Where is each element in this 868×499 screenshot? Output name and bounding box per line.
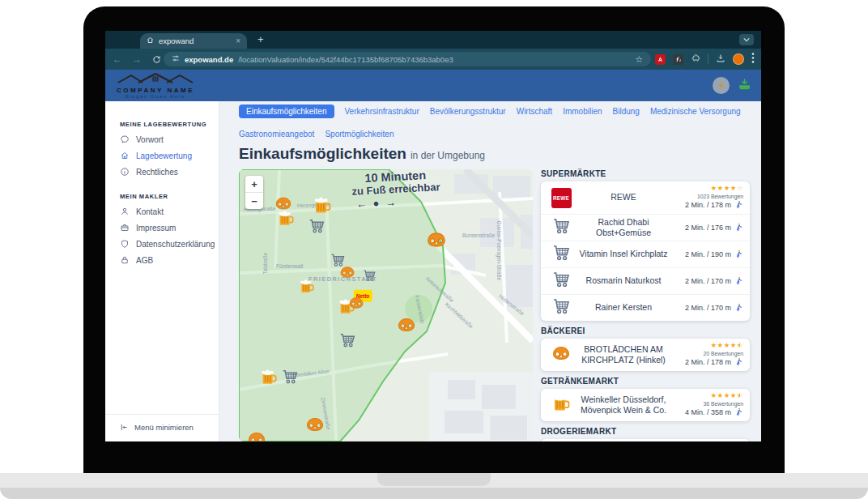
cart-icon [551,296,571,319]
place-row[interactable]: Weinkeller Düsseldorf, Mövenpick Wein & … [541,389,750,421]
company-logo[interactable]: COMPANY NAME Slogan Goes Here [115,72,196,99]
star-rating: ★★★★☆ [672,185,743,192]
lock-icon [120,255,130,265]
speech-bubble-icon [120,134,130,144]
walking-person-icon [734,200,743,211]
place-row[interactable]: Rosmarin Naturkost2 Min. / 170 m [541,267,750,294]
places-card: dm-drogerie markt5 Min. / 452 m [541,439,750,441]
toolbar-separator [708,54,708,64]
tab-close-icon[interactable]: × [236,37,240,45]
map-marker-beer[interactable] [299,279,315,295]
map-marker-cart[interactable] [281,368,299,386]
sun-icon [717,81,725,90]
street-label: Talstraße [262,253,268,275]
place-row[interactable]: REWEREWE★★★★☆1023 Bewertungen2 Min. / 17… [541,181,750,214]
place-row[interactable]: Rainer Kersten2 Min. / 170 m [541,294,750,321]
downloads-icon[interactable] [716,52,725,66]
map-marker-pretzel[interactable] [305,415,325,434]
laptop-screen-bezel: expowand × + ← → expowand.de /locationVa… [83,6,785,474]
sidebar-item-kontakt[interactable]: Kontakt [105,203,219,220]
place-distance: 2 Min. / 178 m [685,201,731,209]
sidebar-item-rechtliches[interactable]: Rechtliches [105,164,219,180]
shield-icon [120,239,130,249]
map-marker-pretzel[interactable] [397,315,416,335]
map-marker-pretzel[interactable] [426,229,447,250]
download-icon [738,77,751,91]
zoom-out-button[interactable]: − [245,192,263,209]
address-bar[interactable]: expowand.de /locationValuation/index/542… [164,52,651,66]
panel-section-title: DROGERIEMARKT [541,427,750,436]
tab-pill-6[interactable]: Bildung [613,107,640,116]
street-label: Gustav-Poensgen-Straße [496,221,502,281]
kebab-menu-icon[interactable] [751,52,755,66]
review-count: 20 Bewertungen [672,351,743,356]
person-icon [120,207,130,216]
bookmark-star-icon[interactable]: ☆ [635,54,643,65]
map-marker-beer[interactable] [277,210,295,228]
place-row[interactable]: Rachid Dhabi Obst+Gemüse2 Min. / 176 m [541,214,750,241]
map-marker-pretzel[interactable] [247,429,266,441]
new-tab-button[interactable]: + [257,33,264,45]
tab-search-chevron-icon[interactable] [739,34,754,45]
forward-icon[interactable]: → [130,49,144,70]
extensions-puzzle-icon[interactable] [691,52,700,66]
cart-icon [551,243,571,266]
download-report-button[interactable] [738,77,751,94]
place-row[interactable]: dm-drogerie markt5 Min. / 452 m [541,439,750,441]
reload-icon[interactable] [149,49,164,70]
review-count: 36 Bewertungen [672,401,743,407]
profile-avatar[interactable] [733,53,744,65]
browser-tab[interactable]: expowand × [140,33,247,49]
back-icon[interactable]: ← [110,49,125,70]
collapse-left-icon [120,423,129,432]
map-marker-beer[interactable] [260,369,278,386]
tab-pill-8[interactable]: Gastronomieangebot [239,130,314,139]
sidebar-item-lagebewertung[interactable]: Lagebewertung [105,147,219,164]
tab-pill-2[interactable]: Verkehrsinfrastruktur [345,107,419,116]
pretzel-icon [551,343,571,366]
place-name: Vitamin Insel Kirchplatz [575,249,672,259]
acrobat-extension-icon[interactable] [655,54,666,65]
map-zoom-control: + − [245,176,263,209]
tab-pill-4[interactable]: Wirtschaft [517,107,552,116]
tab-pill-9[interactable]: Sportmöglichkeiten [325,130,394,139]
minimize-menu-button[interactable]: Menü minimieren [105,414,219,441]
map-marker-pretzel[interactable] [339,264,355,280]
laptop-lip [0,488,868,499]
place-row[interactable]: BROTLÄDCHEN AM KIRCHPLATZ (Hinkel)★★★★★☆… [541,339,750,371]
zoom-in-button[interactable]: + [245,176,263,192]
street-label: Fürstenwall [276,263,303,269]
sidebar-section-makler: MEIN MAKLER [105,193,219,203]
theme-toggle-button[interactable] [713,77,730,94]
place-name: Rachid Dhabi Obst+Gemüse [575,217,672,238]
extensions-row [655,49,755,70]
sidebar-item-vorwort[interactable]: Vorwort [105,131,219,147]
walking-person-icon [734,223,743,233]
map-marker-cart[interactable] [338,331,356,349]
tab-pill-5[interactable]: Immobilien [563,107,602,116]
map-marker-cart[interactable] [362,268,377,283]
places-card: Weinkeller Düsseldorf, Mövenpick Wein & … [541,389,750,421]
walking-person-icon [734,303,743,313]
tab-title: expowand [159,36,194,45]
fn-extension-icon[interactable] [673,54,683,65]
beer-icon [551,394,571,416]
sidebar-item-impressum[interactable]: Impressum [105,220,219,236]
tab-pill-1[interactable]: Einkaufsmöglichkeiten [239,104,334,118]
map-marker-pretzel[interactable] [348,295,364,311]
url-path: /locationValuation/index/542f44bc17135bf… [238,55,453,64]
sidebar-item-agb[interactable]: AGB [105,252,219,268]
site-info-icon[interactable] [172,54,180,64]
tab-pill-7[interactable]: Medizinische Versorgung [650,107,741,116]
place-distance: 4 Min. / 358 m [685,408,731,416]
walking-person-icon [734,357,743,368]
map[interactable]: HerzogstraßeHerzogstraßeTalstraßeFürsten… [239,169,533,441]
tab-pill-3[interactable]: Bevölkerungsstruktur [430,107,506,116]
star-rating: ★★★★★☆ [672,392,743,399]
browser-tabstrip: expowand × + [105,31,761,49]
map-marker-cart[interactable] [308,217,326,235]
sidebar-item-datenschutz[interactable]: Datenschutzerklärung [105,236,219,252]
place-distance: 2 Min. / 176 m [685,224,731,232]
place-row[interactable]: Vitamin Insel Kirchplatz2 Min. / 190 m [541,241,750,267]
map-marker-beer[interactable] [313,196,332,215]
